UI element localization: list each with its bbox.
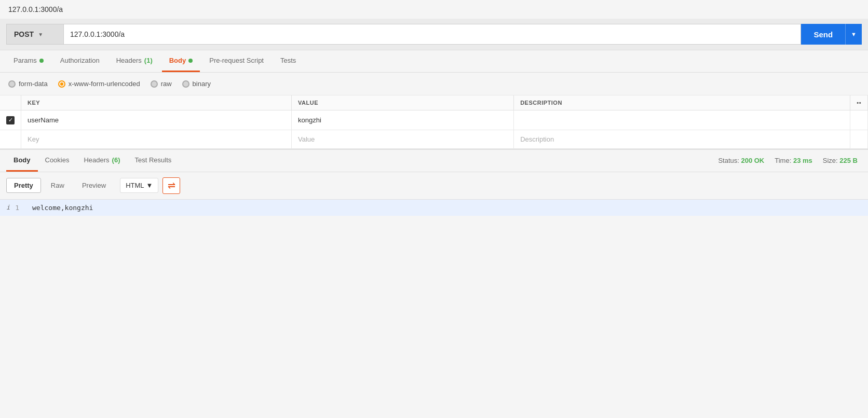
row2-value-placeholder: Value xyxy=(298,135,315,143)
raw-label: raw xyxy=(161,80,172,88)
resp-tab-cookies[interactable]: Cookies xyxy=(38,150,77,172)
request-tabs: Params Authorization Headers (1) Body Pr… xyxy=(0,50,868,73)
radio-binary xyxy=(182,80,189,88)
tab-tests[interactable]: Tests xyxy=(273,50,303,72)
line-number-col: i 1 xyxy=(6,204,32,212)
tab-headers[interactable]: Headers (1) xyxy=(109,50,160,72)
response-status-bar: Status: 200 OK Time: 23 ms Size: 225 B xyxy=(718,157,862,164)
send-label: Send xyxy=(801,24,845,45)
row2-description-placeholder: Description xyxy=(520,135,554,143)
th-value: VALUE xyxy=(292,95,514,110)
headers-resp-badge: (6) xyxy=(112,156,120,164)
view-toolbar: Pretty Raw Preview HTML ▼ ⇌ xyxy=(0,172,868,200)
row-description-cell[interactable] xyxy=(514,110,850,130)
app-title: 127.0.0.1:3000/a xyxy=(0,0,868,19)
row2-value-cell[interactable]: Value xyxy=(292,130,514,148)
th-description: DESCRIPTION xyxy=(514,95,850,110)
tab-body-label: Body xyxy=(169,57,186,64)
resp-tab-test-results-label: Test Results xyxy=(135,156,172,164)
url-input[interactable] xyxy=(63,24,801,45)
line-info-icon: i xyxy=(6,204,10,211)
row-key-cell[interactable]: userName xyxy=(21,110,292,130)
time-label: Time: 23 ms xyxy=(775,157,812,164)
method-label: POST xyxy=(14,30,34,38)
th-more: •• xyxy=(850,95,868,110)
wrap-button[interactable]: ⇌ xyxy=(162,177,180,194)
method-selector[interactable]: POST ▼ xyxy=(6,24,63,45)
send-button[interactable]: Send ▼ xyxy=(801,24,862,45)
tab-authorization-label: Authorization xyxy=(60,57,100,64)
resp-tab-body[interactable]: Body xyxy=(6,150,38,172)
format-chevron-icon: ▼ xyxy=(146,182,153,189)
line-number: 1 xyxy=(15,204,19,212)
row-more xyxy=(850,110,868,130)
params-dot xyxy=(39,59,44,63)
body-type-selector: form-data x-www-form-urlencoded raw bina… xyxy=(0,73,868,95)
row2-description-cell[interactable]: Description xyxy=(514,130,850,148)
pretty-btn[interactable]: Pretty xyxy=(6,178,41,193)
time-value: 23 ms xyxy=(793,157,812,164)
table-row: ✓ userName kongzhi xyxy=(0,110,868,130)
form-data-label: form-data xyxy=(19,80,48,88)
url-bar: POST ▼ Send ▼ xyxy=(0,19,868,50)
method-chevron-icon: ▼ xyxy=(38,32,43,37)
format-selector[interactable]: HTML ▼ xyxy=(120,178,158,193)
body-type-binary[interactable]: binary xyxy=(182,80,211,88)
row2-key-placeholder: Key xyxy=(28,135,39,143)
resp-tab-test-results[interactable]: Test Results xyxy=(128,150,179,172)
line-content: welcome,kongzhi xyxy=(32,204,93,212)
send-dropdown-icon[interactable]: ▼ xyxy=(845,24,862,45)
response-line-1: i 1 welcome,kongzhi xyxy=(0,200,868,216)
body-type-urlencoded[interactable]: x-www-form-urlencoded xyxy=(58,80,140,88)
tab-tests-label: Tests xyxy=(280,57,296,64)
tab-pre-request-script[interactable]: Pre-request Script xyxy=(202,50,271,72)
tab-pre-request-label: Pre-request Script xyxy=(209,57,264,64)
body-type-form-data[interactable]: form-data xyxy=(8,80,48,88)
tab-params-label: Params xyxy=(13,57,37,64)
th-checkbox xyxy=(0,95,21,110)
radio-raw xyxy=(151,80,158,88)
resp-tab-headers[interactable]: Headers (6) xyxy=(76,150,127,172)
urlencoded-label: x-www-form-urlencoded xyxy=(69,80,140,88)
status-value: 200 OK xyxy=(741,157,764,164)
response-tabs: Body Cookies Headers (6) Test Results St… xyxy=(0,150,868,172)
preview-btn[interactable]: Preview xyxy=(74,178,114,193)
row2-key-cell[interactable]: Key xyxy=(21,130,292,148)
row2-checkbox-cell xyxy=(0,130,21,148)
row-key-value: userName xyxy=(28,116,59,124)
status-label: Status: 200 OK xyxy=(718,157,764,164)
resp-tab-headers-label: Headers xyxy=(84,156,109,164)
resp-tab-body-label: Body xyxy=(13,156,31,164)
raw-btn[interactable]: Raw xyxy=(43,178,72,193)
kv-table: KEY VALUE DESCRIPTION •• ✓ userName kong… xyxy=(0,95,868,149)
radio-urlencoded xyxy=(58,80,65,88)
table-row: Key Value Description xyxy=(0,130,868,148)
format-label: HTML xyxy=(126,182,144,189)
headers-badge: (1) xyxy=(144,57,153,64)
tab-headers-label: Headers xyxy=(116,57,142,64)
radio-form-data xyxy=(8,80,16,88)
row-checkbox-cell[interactable]: ✓ xyxy=(0,110,21,130)
kv-table-container: KEY VALUE DESCRIPTION •• ✓ userName kong… xyxy=(0,95,868,149)
checkbox-checked-icon: ✓ xyxy=(6,116,15,124)
tab-authorization[interactable]: Authorization xyxy=(53,50,107,72)
body-type-raw[interactable]: raw xyxy=(151,80,172,88)
th-key: KEY xyxy=(21,95,292,110)
body-dot xyxy=(188,59,193,63)
size-value: 225 B xyxy=(839,157,858,164)
row-value-cell[interactable]: kongzhi xyxy=(292,110,514,130)
response-section: Body Cookies Headers (6) Test Results St… xyxy=(0,149,868,216)
response-body: i 1 welcome,kongzhi xyxy=(0,200,868,216)
binary-label: binary xyxy=(193,80,211,88)
resp-tab-cookies-label: Cookies xyxy=(45,156,70,164)
tab-body[interactable]: Body xyxy=(162,50,200,72)
row2-more xyxy=(850,130,868,148)
size-label: Size: 225 B xyxy=(823,157,858,164)
tab-params[interactable]: Params xyxy=(6,50,51,72)
wrap-icon: ⇌ xyxy=(168,180,175,191)
row-value-value: kongzhi xyxy=(298,116,321,124)
